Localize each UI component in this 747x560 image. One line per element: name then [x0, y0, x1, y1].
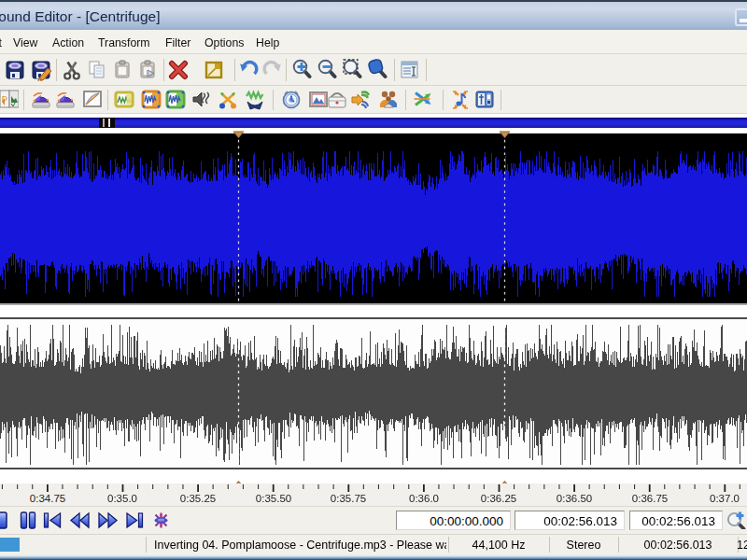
- svg-text:D: D: [2, 94, 7, 103]
